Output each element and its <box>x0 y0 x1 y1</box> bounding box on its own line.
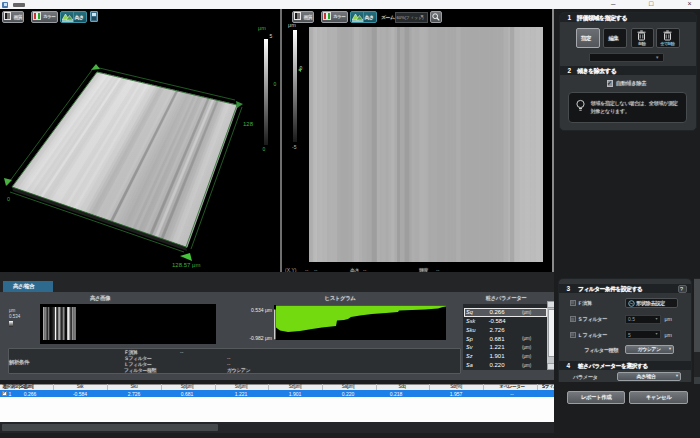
svg-text:128.57 μm: 128.57 μm <box>172 262 200 268</box>
svg-text:0: 0 <box>7 196 10 202</box>
svg-text:128: 128 <box>243 121 254 127</box>
